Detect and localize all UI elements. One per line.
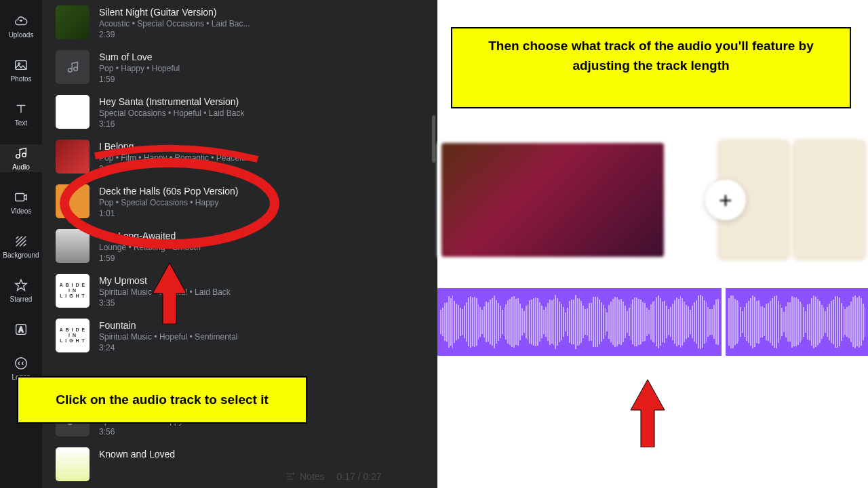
svg-point-7 <box>16 358 27 369</box>
bottom-status-bar: Notes 0:17 / 0:27 <box>285 471 382 482</box>
track-thumbnail <box>56 184 90 218</box>
svg-text:A: A <box>18 326 24 333</box>
track-meta: Pop • Film • Happy • Romantic • Peaceful <box>99 153 248 163</box>
sidenav-item-photos[interactable]: Photos <box>0 56 42 84</box>
scrollbar-thumb[interactable] <box>432 115 435 163</box>
video-clip[interactable] <box>437 139 668 261</box>
track-meta: Special Occasions • Hopeful • Laid Back <box>99 108 245 118</box>
track-thumbnail <box>56 447 90 481</box>
track-title: Deck the Halls (60s Pop Version) <box>99 186 238 197</box>
image-icon <box>14 58 28 73</box>
track-thumbnail: A B I D EI NL I G H T <box>56 319 90 352</box>
timeline-area: + <box>437 132 868 485</box>
sidenav-label: Photos <box>10 75 31 83</box>
track-thumbnail <box>56 229 90 263</box>
track-duration: 2:39 <box>99 30 250 39</box>
audio-segment[interactable] <box>726 288 868 356</box>
audio-segment[interactable] <box>437 288 726 356</box>
track-duration: 1:01 <box>99 209 238 218</box>
audio-track-row[interactable]: Sum of LovePop • Happy • Hopeful1:59 <box>42 45 437 89</box>
track-meta: Acoustic • Special Occasions • Laid Bac.… <box>99 19 250 28</box>
sidenav-label: Videos <box>11 207 31 215</box>
sidenav-item-audio[interactable]: Audio <box>0 144 42 172</box>
track-thumbnail <box>56 5 90 39</box>
track-title: Known and Loved <box>99 449 175 460</box>
audio-track-row[interactable]: A B I D EI NL I G H TMy UpmostSpiritual … <box>42 268 437 313</box>
track-duration: 3:56 <box>99 427 242 436</box>
track-title: The Long-Awaited <box>99 230 201 241</box>
audio-icon <box>14 146 28 161</box>
track-duration: 3:16 <box>99 119 245 129</box>
audio-track-row[interactable]: The Long-AwaitedLounge • Relaxing • Smoo… <box>42 224 437 268</box>
text-icon <box>14 102 28 117</box>
sidenav-item-uploads[interactable]: Uploads <box>0 12 42 40</box>
sidenav-item-starred[interactable]: Starred <box>0 277 42 304</box>
sidenav-label: Background <box>3 251 39 259</box>
video-icon <box>14 190 28 205</box>
track-title: Fountain <box>99 320 238 331</box>
sidenav-item-apps[interactable]: A <box>0 321 42 338</box>
track-duration: 2:29 <box>99 164 248 174</box>
plus-icon: + <box>719 187 732 214</box>
audio-track-row[interactable]: Silent Night (Guitar Version)Acoustic • … <box>42 0 437 45</box>
app-icon: A <box>14 322 28 337</box>
annotation-callout-right: Then choose what track of the audio you'… <box>451 27 851 108</box>
sidenav-label: Uploads <box>9 31 34 39</box>
track-title: My Upmost <box>99 275 231 286</box>
track-duration: 3:35 <box>99 298 231 308</box>
audio-track-row[interactable]: A B I D EI NL I G H TFountainSpiritual M… <box>42 313 437 358</box>
annotation-callout-left: Click on the audio track to select it <box>17 376 307 424</box>
cloud-icon <box>14 14 28 28</box>
notes-button[interactable]: Notes <box>285 471 325 482</box>
track-thumbnail <box>56 95 90 129</box>
video-clips-row <box>437 132 868 268</box>
track-duration: 1:59 <box>99 253 201 263</box>
sidenav-item-videos[interactable]: Videos <box>0 188 42 216</box>
add-clip-button[interactable]: + <box>705 180 746 220</box>
timeline-time: 0:17 / 0:27 <box>337 471 382 482</box>
track-title: Sum of Love <box>99 52 180 62</box>
track-thumbnail <box>56 140 90 174</box>
sidenav-item-text[interactable]: Text <box>0 100 42 128</box>
callout-text: Click on the audio track to select it <box>56 392 269 407</box>
svg-point-2 <box>16 155 20 159</box>
svg-point-3 <box>22 153 26 157</box>
audio-track-clip[interactable] <box>437 288 868 356</box>
audio-track-row[interactable]: Deck the Halls (60s Pop Version)Pop • Sp… <box>42 179 437 224</box>
track-meta: Lounge • Relaxing • Smooth <box>99 243 201 252</box>
video-clip[interactable] <box>792 139 867 261</box>
track-meta: Spiritual Music • Hopeful • Laid Back <box>99 287 231 297</box>
track-thumbnail <box>56 50 90 84</box>
svg-rect-4 <box>16 194 24 201</box>
track-title: I Belong <box>99 141 248 152</box>
notes-label: Notes <box>300 471 325 482</box>
callout-text: Then choose what track of the audio you'… <box>488 39 814 73</box>
track-thumbnail: A B I D EI NL I G H T <box>56 274 90 308</box>
track-duration: 1:59 <box>99 75 180 84</box>
sidenav-item-background[interactable]: Background <box>0 232 42 260</box>
track-meta: Pop • Happy • Hopeful <box>99 64 180 73</box>
audio-track-row[interactable]: I BelongPop • Film • Happy • Romantic • … <box>42 134 437 179</box>
track-title: Hey Santa (Instrumental Version) <box>99 96 245 107</box>
sidenav-label: Starred <box>10 296 33 303</box>
sidenav-label: Text <box>15 119 27 127</box>
hatch-icon <box>14 234 28 249</box>
sidenav-label: Audio <box>12 163 30 171</box>
cc-icon <box>14 356 28 371</box>
audio-track-row[interactable]: Hey Santa (Instrumental Version)Special … <box>42 89 437 134</box>
track-title: Silent Night (Guitar Version) <box>99 7 250 18</box>
track-meta: Spiritual Music • Hopeful • Sentimental <box>99 332 238 342</box>
track-meta: Pop • Special Occasions • Happy <box>99 198 238 207</box>
track-duration: 3:24 <box>99 343 238 352</box>
star-icon <box>14 278 28 293</box>
